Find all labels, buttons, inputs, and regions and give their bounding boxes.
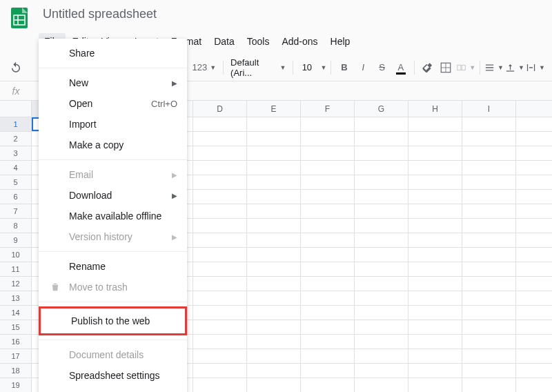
row-header[interactable]: 4 [0, 161, 32, 175]
cell[interactable] [355, 262, 408, 276]
fill-color-icon[interactable] [418, 58, 435, 77]
cell[interactable] [408, 175, 462, 189]
cell[interactable] [462, 291, 516, 305]
menu-item-move-trash[interactable]: Move to trash [39, 277, 187, 297]
cell[interactable] [462, 146, 516, 160]
cell[interactable] [408, 233, 462, 247]
cell[interactable] [193, 190, 247, 204]
cell[interactable] [408, 248, 462, 262]
font-size-select[interactable]: 10 [297, 58, 316, 77]
cell[interactable] [462, 117, 516, 131]
cell[interactable] [408, 364, 462, 378]
row-header[interactable]: 19 [0, 378, 32, 392]
cell[interactable] [408, 320, 462, 334]
cell[interactable] [355, 117, 408, 131]
cell[interactable] [408, 277, 462, 291]
menu-item-print[interactable]: PrintCtrl+P [39, 386, 187, 392]
cell[interactable] [301, 117, 355, 131]
row-header[interactable]: 13 [0, 291, 32, 305]
cell[interactable] [408, 306, 462, 320]
cell[interactable] [462, 277, 516, 291]
cell[interactable] [247, 320, 301, 334]
cell[interactable] [193, 132, 247, 146]
strikethrough-button[interactable]: S [373, 58, 391, 77]
menu-tools[interactable]: Tools [241, 33, 275, 50]
menu-item-offline[interactable]: Make available offline [39, 206, 187, 226]
cell[interactable] [247, 233, 301, 247]
cell[interactable] [355, 335, 408, 349]
cell[interactable] [301, 146, 355, 160]
cell[interactable] [247, 306, 301, 320]
document-title[interactable]: Untitled spreadsheet [39, 6, 545, 23]
cell[interactable] [193, 175, 247, 189]
vertical-align-icon[interactable]: ▼ [505, 58, 524, 77]
row-header[interactable]: 10 [0, 248, 32, 262]
cell[interactable] [301, 291, 355, 305]
cell[interactable] [301, 378, 355, 392]
select-all-corner[interactable] [0, 101, 32, 117]
cell[interactable] [355, 132, 408, 146]
borders-icon[interactable] [437, 58, 455, 77]
cell[interactable] [301, 320, 355, 334]
cell[interactable] [301, 233, 355, 247]
row-header[interactable]: 6 [0, 190, 32, 204]
cell[interactable] [408, 146, 462, 160]
cell[interactable] [193, 277, 247, 291]
cell[interactable] [193, 306, 247, 320]
cell[interactable] [193, 291, 247, 305]
sheets-logo-icon[interactable] [7, 6, 32, 30]
row-header[interactable]: 5 [0, 175, 32, 189]
column-header[interactable]: E [247, 101, 301, 117]
cell[interactable] [301, 175, 355, 189]
cell[interactable] [462, 262, 516, 276]
cell[interactable] [462, 161, 516, 175]
cell[interactable] [355, 248, 408, 262]
cell[interactable] [408, 262, 462, 276]
cell[interactable] [355, 364, 408, 378]
cell[interactable] [408, 161, 462, 175]
cell[interactable] [193, 146, 247, 160]
cell[interactable] [301, 248, 355, 262]
cell[interactable] [301, 262, 355, 276]
cell[interactable] [355, 233, 408, 247]
cell[interactable] [247, 117, 301, 131]
menu-item-publish-web[interactable]: Publish to the web [41, 308, 185, 333]
row-header[interactable]: 15 [0, 320, 32, 334]
cell[interactable] [462, 349, 516, 363]
column-header[interactable]: D [193, 101, 247, 117]
cell[interactable] [301, 132, 355, 146]
cell[interactable] [355, 190, 408, 204]
cell[interactable] [301, 335, 355, 349]
cell[interactable] [462, 132, 516, 146]
cell[interactable] [355, 146, 408, 160]
cell[interactable] [247, 175, 301, 189]
row-header[interactable]: 12 [0, 277, 32, 291]
cell[interactable] [301, 306, 355, 320]
cell[interactable] [408, 335, 462, 349]
cell[interactable] [193, 349, 247, 363]
row-header[interactable]: 11 [0, 262, 32, 276]
row-header[interactable]: 17 [0, 349, 32, 363]
menu-item-document-details[interactable]: Document details [39, 344, 187, 365]
merge-cells-icon[interactable]: ▼ [456, 58, 475, 77]
column-header[interactable]: G [355, 101, 408, 117]
menu-item-new[interactable]: New▶ [39, 72, 187, 93]
menu-item-import[interactable]: Import [39, 114, 187, 135]
horizontal-align-icon[interactable]: ▼ [484, 58, 504, 77]
row-header[interactable]: 9 [0, 233, 32, 247]
cell[interactable] [355, 320, 408, 334]
menu-item-open[interactable]: OpenCtrl+O [39, 93, 187, 114]
cell[interactable] [301, 190, 355, 204]
column-header[interactable]: F [301, 101, 355, 117]
menu-item-rename[interactable]: Rename [39, 256, 187, 277]
cell[interactable] [462, 190, 516, 204]
cell[interactable] [462, 306, 516, 320]
cell[interactable] [462, 364, 516, 378]
cell[interactable] [355, 349, 408, 363]
cell[interactable] [408, 349, 462, 363]
italic-button[interactable]: I [355, 58, 372, 77]
menu-item-spreadsheet-settings[interactable]: Spreadsheet settings [39, 365, 187, 386]
cell[interactable] [355, 291, 408, 305]
menu-item-download[interactable]: Download▶ [39, 185, 187, 206]
cell[interactable] [301, 204, 355, 218]
